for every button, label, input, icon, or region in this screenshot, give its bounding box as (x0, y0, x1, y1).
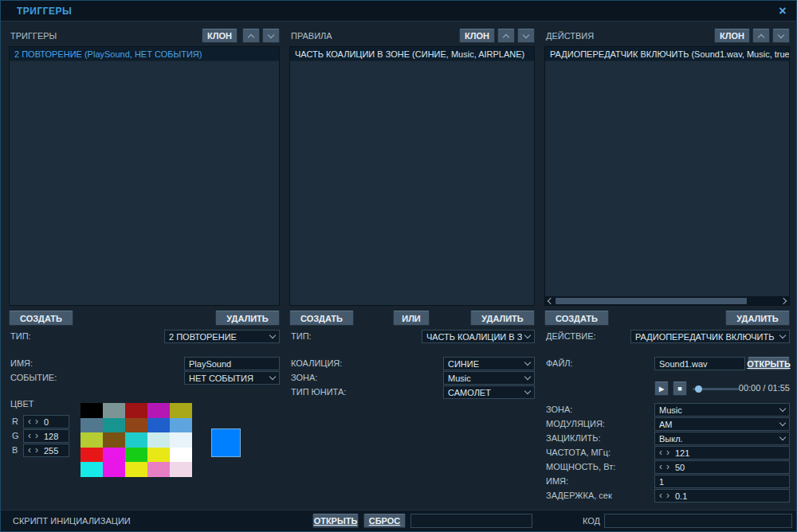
stepper-decrement-icon[interactable]: ‹ (659, 447, 662, 459)
power-stepper[interactable]: ‹ › 50 (654, 460, 790, 474)
palette-color-cell[interactable] (147, 432, 170, 448)
palette-color-cell[interactable] (80, 432, 103, 448)
stepper-decrement-icon[interactable]: ‹ (659, 490, 662, 502)
create-rule-button[interactable]: СОЗДАТЬ (289, 311, 354, 326)
create-action-button[interactable]: СОЗДАТЬ (544, 311, 609, 326)
palette-color-cell[interactable] (103, 448, 125, 463)
palette-color-cell[interactable] (125, 403, 147, 418)
trigger-event-value: НЕТ СОБЫТИЯ (189, 374, 267, 383)
audio-slider-thumb[interactable] (695, 385, 702, 393)
actions-horizontal-scrollbar[interactable] (545, 295, 789, 305)
stepper-decrement-icon[interactable]: ‹ (28, 444, 31, 456)
footer-bar: СКРИПТ ИНИЦИАЛИЗАЦИИ ОТКРЫТЬ СБРОС КОД (1, 510, 796, 531)
file-input[interactable] (654, 357, 745, 370)
palette-color-cell[interactable] (125, 462, 147, 477)
action-zone-dropdown[interactable]: Music (654, 403, 790, 417)
action-type-dropdown[interactable]: РАДИОПЕРЕДАТЧИК ВКЛЮЧИТЬ (630, 330, 790, 343)
stepper-increment-icon[interactable]: › (35, 444, 38, 456)
rule-zone-dropdown[interactable]: Music (443, 371, 535, 385)
palette-color-cell[interactable] (103, 403, 125, 418)
triggers-list[interactable]: 2 ПОВТОРЕНИЕ (PlaySound, НЕТ СОБЫТИЯ) (9, 46, 280, 306)
coalition-dropdown[interactable]: СИНИЕ (443, 357, 535, 370)
modulation-dropdown[interactable]: AM (654, 417, 790, 431)
stepper-decrement-icon[interactable]: ‹ (659, 461, 662, 473)
stepper-increment-icon[interactable]: › (666, 461, 669, 473)
scroll-right-icon[interactable] (780, 298, 787, 304)
stepper-increment-icon[interactable]: › (666, 490, 669, 502)
palette-color-cell[interactable] (170, 418, 192, 433)
rules-list[interactable]: ЧАСТЬ КОАЛИЦИИ В ЗОНЕ (СИНИЕ, Music, AIR… (289, 46, 535, 306)
palette-color-cell[interactable] (147, 418, 170, 433)
open-script-button[interactable]: ОТКРЫТЬ (312, 514, 359, 528)
palette-color-cell[interactable] (170, 448, 192, 463)
action-name-input[interactable] (654, 475, 790, 488)
delay-stepper[interactable]: ‹ › 0.1 (654, 489, 790, 503)
trigger-name-input[interactable] (184, 357, 280, 370)
or-button[interactable]: ИЛИ (393, 311, 430, 326)
triggers-move-down-button[interactable] (262, 29, 280, 43)
stop-button[interactable]: ■ (673, 381, 687, 396)
green-stepper[interactable]: ‹ › 128 (23, 429, 69, 443)
palette-color-cell[interactable] (125, 448, 147, 463)
palette-color-cell[interactable] (103, 462, 125, 477)
open-file-button[interactable]: ОТКРЫТЬ (748, 357, 790, 370)
coalition-value: СИНИЕ (448, 359, 522, 369)
palette-color-cell[interactable] (125, 418, 147, 433)
palette-color-cell[interactable] (170, 403, 192, 418)
stepper-decrement-icon[interactable]: ‹ (28, 416, 31, 428)
action-list-item[interactable]: РАДИОПЕРЕДАТЧИК ВКЛЮЧИТЬ (Sound1.wav, Mu… (545, 47, 789, 61)
scrollbar-thumb[interactable] (556, 298, 747, 304)
triggers-clone-button[interactable]: КЛОН (202, 29, 238, 43)
palette-color-cell[interactable] (125, 432, 147, 448)
palette-color-cell[interactable] (80, 448, 103, 463)
modulation-value: AM (659, 420, 777, 429)
actions-list[interactable]: РАДИОПЕРЕДАТЧИК ВКЛЮЧИТЬ (Sound1.wav, Mu… (544, 46, 790, 306)
actions-clone-button[interactable]: КЛОН (714, 29, 750, 43)
action-type-value: РАДИОПЕРЕДАТЧИК ВКЛЮЧИТЬ (635, 332, 777, 342)
palette-color-cell[interactable] (170, 462, 192, 477)
play-button[interactable]: ▶ (654, 381, 669, 396)
red-stepper[interactable]: ‹ › 0 (23, 415, 69, 428)
actions-move-up-button[interactable] (752, 29, 770, 43)
loop-dropdown[interactable]: Выкл. (654, 432, 790, 445)
stepper-decrement-icon[interactable]: ‹ (28, 430, 31, 442)
palette-color-cell[interactable] (103, 432, 125, 448)
trigger-list-item[interactable]: 2 ПОВТОРЕНИЕ (PlaySound, НЕТ СОБЫТИЯ) (10, 47, 279, 61)
palette-color-cell[interactable] (147, 403, 170, 418)
stepper-increment-icon[interactable]: › (666, 447, 669, 459)
script-input[interactable] (410, 514, 532, 528)
rules-move-down-button[interactable] (517, 29, 535, 43)
delete-trigger-button[interactable]: УДАЛИТЬ (215, 311, 280, 326)
palette-color-cell[interactable] (103, 418, 125, 433)
scroll-left-icon[interactable] (548, 298, 554, 304)
rules-clone-button[interactable]: КЛОН (459, 29, 495, 43)
delete-action-button[interactable]: УДАЛИТЬ (725, 311, 790, 326)
green-label: G (12, 429, 19, 443)
rule-zone-label: ЗОНА: (291, 371, 317, 385)
rule-type-dropdown[interactable]: ЧАСТЬ КОАЛИЦИИ В ЗОНЕ (422, 330, 535, 343)
unit-type-dropdown[interactable]: САМОЛЕТ (443, 385, 535, 399)
trigger-event-dropdown[interactable]: НЕТ СОБЫТИЯ (184, 371, 280, 385)
rules-move-up-button[interactable] (497, 29, 515, 43)
trigger-type-dropdown[interactable]: 2 ПОВТОРЕНИЕ (164, 330, 280, 343)
close-icon[interactable]: × (775, 1, 790, 22)
palette-color-cell[interactable] (80, 418, 103, 433)
delete-rule-button[interactable]: УДАЛИТЬ (470, 311, 535, 326)
code-input[interactable] (604, 514, 792, 528)
palette-color-cell[interactable] (147, 448, 170, 463)
create-trigger-button[interactable]: СОЗДАТЬ (9, 311, 73, 326)
blue-stepper[interactable]: ‹ › 255 (23, 444, 69, 457)
palette-color-cell[interactable] (147, 462, 170, 477)
reset-script-button[interactable]: СБРОС (363, 514, 406, 528)
palette-color-cell[interactable] (80, 462, 103, 477)
frequency-stepper[interactable]: ‹ › 121 (654, 446, 790, 460)
chevron-down-icon (778, 31, 784, 37)
triggers-move-up-button[interactable] (242, 29, 260, 43)
rule-list-item[interactable]: ЧАСТЬ КОАЛИЦИИ В ЗОНЕ (СИНИЕ, Music, AIR… (290, 47, 534, 61)
delay-label: ЗАДЕРЖКА, сек (546, 489, 612, 503)
palette-color-cell[interactable] (170, 432, 192, 448)
stepper-increment-icon[interactable]: › (35, 416, 38, 428)
palette-color-cell[interactable] (80, 403, 103, 418)
stepper-increment-icon[interactable]: › (35, 430, 38, 442)
actions-move-down-button[interactable] (772, 29, 790, 43)
